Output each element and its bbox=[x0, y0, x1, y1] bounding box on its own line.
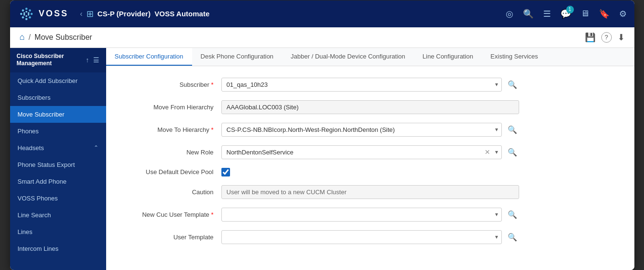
svg-point-11 bbox=[25, 15, 27, 17]
caution-row: Caution bbox=[125, 185, 615, 199]
sidebar-item-headsets[interactable]: Headsets ⌃ bbox=[10, 140, 106, 156]
user-template-search-button[interactable]: 🔍 bbox=[506, 233, 519, 242]
monitor-icon[interactable]: 🖥 bbox=[581, 9, 589, 19]
breadcrumb: ⌂ / Move Subscriber bbox=[20, 32, 92, 42]
chat-badge: 1 bbox=[566, 6, 574, 13]
caution-control bbox=[221, 185, 519, 199]
new-cuc-control: ▾ 🔍 bbox=[221, 208, 519, 222]
chat-icon[interactable]: 💬1 bbox=[560, 9, 571, 19]
tab-jabber[interactable]: Jabber / Dual-Mode Device Configuration bbox=[282, 48, 413, 66]
subscriber-control: 01_qas_10h23 ▾ 🔍 bbox=[221, 78, 519, 92]
tabs: Subscriber Configuration Desk Phone Conf… bbox=[106, 48, 634, 66]
form-area: Subscriber * 01_qas_10h23 ▾ 🔍 bbox=[106, 66, 634, 264]
new-cuc-select-wrapper: ▾ bbox=[221, 208, 502, 222]
home-icon[interactable]: ⌂ bbox=[20, 32, 25, 42]
sidebar-item-subscribers[interactable]: Subscribers bbox=[10, 89, 106, 106]
breadcrumb-bar: ⌂ / Move Subscriber 💾 ? ⬇ bbox=[10, 27, 634, 48]
sidebar-user-icon[interactable]: ☰ bbox=[93, 56, 99, 64]
use-default-label: Use Default Device Pool bbox=[125, 168, 221, 176]
svg-point-0 bbox=[25, 7, 27, 10]
content-area: Cisco Subscriber Management ↑ ☰ Quick Ad… bbox=[10, 48, 634, 270]
topbar-center: ⊞ CS-P (Provider) VOSS Automate bbox=[86, 9, 506, 19]
user-template-row: User Template ▾ 🔍 bbox=[125, 230, 615, 244]
sidebar-item-voss-phones[interactable]: VOSS Phones bbox=[10, 190, 106, 207]
new-cuc-label: New Cuc User Template * bbox=[125, 211, 221, 218]
move-from-control bbox=[221, 100, 519, 114]
new-cuc-row: New Cuc User Template * ▾ 🔍 bbox=[125, 208, 615, 222]
new-role-label: New Role bbox=[125, 149, 221, 156]
topbar-icons: ◎ 🔍 ☰ 💬1 🖥 🔖 ⚙ bbox=[506, 9, 627, 19]
svg-point-6 bbox=[20, 12, 22, 15]
download-button[interactable]: ⬇ bbox=[618, 32, 625, 43]
svg-point-9 bbox=[27, 12, 29, 14]
logo: VOSS bbox=[18, 5, 69, 23]
tab-desk-phone[interactable]: Desk Phone Configuration bbox=[192, 48, 282, 66]
user-template-select[interactable] bbox=[221, 230, 502, 244]
move-from-row: Move From Hierarchy bbox=[125, 100, 615, 114]
new-role-search-button[interactable]: 🔍 bbox=[506, 148, 519, 157]
list-icon[interactable]: ☰ bbox=[543, 9, 551, 19]
new-role-select[interactable]: NorthDentonSelfService bbox=[221, 145, 502, 159]
caution-label: Caution bbox=[125, 188, 221, 196]
sidebar-section-label: Cisco Subscriber Management bbox=[17, 53, 79, 68]
new-role-select-wrapper: NorthDentonSelfService ✕ ▾ bbox=[221, 145, 502, 159]
sidebar-item-phone-status[interactable]: Phone Status Export bbox=[10, 156, 106, 173]
topbar-provider: CS-P (Provider) VOSS Automate bbox=[97, 10, 209, 18]
settings-icon[interactable]: ⚙ bbox=[619, 9, 627, 19]
move-to-label: Move To Hierarchy * bbox=[125, 126, 221, 133]
move-to-search-button[interactable]: 🔍 bbox=[506, 125, 519, 134]
bookmark-icon[interactable]: 🔖 bbox=[599, 9, 609, 19]
move-to-select-wrapper: CS-P.CS-NB.NBIcorp.North-West-Region.Nor… bbox=[221, 123, 502, 137]
subscriber-label: Subscriber * bbox=[125, 81, 221, 88]
tab-subscriber-config[interactable]: Subscriber Configuration bbox=[106, 48, 192, 66]
use-default-row: Use Default Device Pool bbox=[125, 168, 615, 176]
subscriber-search-button[interactable]: 🔍 bbox=[506, 80, 519, 89]
svg-point-5 bbox=[22, 16, 24, 18]
svg-point-3 bbox=[28, 16, 31, 18]
use-default-control bbox=[221, 168, 519, 176]
sidebar-item-smart-add-phone[interactable]: Smart Add Phone bbox=[10, 173, 106, 190]
tab-line-config[interactable]: Line Configuration bbox=[414, 48, 482, 66]
svg-point-8 bbox=[25, 11, 27, 12]
collapse-sidebar-button[interactable]: ‹ bbox=[76, 8, 86, 20]
new-role-row: New Role NorthDentonSelfService ✕ ▾ 🔍 bbox=[125, 145, 615, 159]
sidebar-section-header: Cisco Subscriber Management ↑ ☰ bbox=[10, 48, 106, 72]
svg-point-13 bbox=[23, 12, 25, 14]
user-template-control: ▾ 🔍 bbox=[221, 230, 519, 244]
compass-icon[interactable]: ◎ bbox=[506, 9, 513, 19]
save-button[interactable]: 💾 bbox=[585, 32, 595, 43]
svg-point-1 bbox=[28, 9, 31, 12]
new-role-control: NorthDentonSelfService ✕ ▾ 🔍 bbox=[221, 145, 519, 159]
sidebar-item-quick-add[interactable]: Quick Add Subscriber bbox=[10, 72, 106, 89]
grid-icon: ⊞ bbox=[86, 9, 94, 19]
new-role-clear-icon[interactable]: ✕ bbox=[485, 148, 490, 156]
move-to-control: CS-P.CS-NB.NBIcorp.North-West-Region.Nor… bbox=[221, 123, 519, 137]
move-to-select[interactable]: CS-P.CS-NB.NBIcorp.North-West-Region.Nor… bbox=[221, 123, 502, 137]
sidebar-item-move-subscriber[interactable]: Move Subscriber bbox=[10, 106, 106, 123]
subscriber-row: Subscriber * 01_qas_10h23 ▾ 🔍 bbox=[125, 78, 615, 92]
sidebar-item-intercom-lines[interactable]: Intercom Lines bbox=[10, 240, 106, 257]
sidebar-expand-icon[interactable]: ↑ bbox=[86, 56, 89, 64]
sidebar-item-lines[interactable]: Lines bbox=[10, 223, 106, 240]
sidebar-item-line-search[interactable]: Line Search bbox=[10, 207, 106, 223]
svg-point-12 bbox=[23, 14, 25, 16]
svg-point-10 bbox=[27, 14, 29, 16]
move-from-input[interactable] bbox=[221, 100, 519, 114]
svg-point-7 bbox=[22, 9, 24, 12]
use-default-checkbox[interactable] bbox=[221, 168, 230, 176]
tab-existing-services[interactable]: Existing Services bbox=[482, 48, 547, 66]
main-panel: Subscriber Configuration Desk Phone Conf… bbox=[106, 48, 634, 270]
logo-text: VOSS bbox=[39, 9, 69, 19]
svg-point-4 bbox=[25, 18, 27, 20]
caution-input bbox=[221, 185, 519, 199]
user-template-label: User Template bbox=[125, 234, 221, 241]
new-cuc-select[interactable] bbox=[221, 208, 502, 222]
subscriber-select[interactable]: 01_qas_10h23 bbox=[221, 78, 502, 92]
subscriber-select-wrapper: 01_qas_10h23 ▾ bbox=[221, 78, 502, 92]
breadcrumb-actions: 💾 ? ⬇ bbox=[585, 32, 625, 43]
sidebar-item-phones[interactable]: Phones bbox=[10, 123, 106, 140]
help-button[interactable]: ? bbox=[601, 32, 612, 43]
new-cuc-search-button[interactable]: 🔍 bbox=[506, 210, 519, 219]
search-icon[interactable]: 🔍 bbox=[523, 9, 534, 19]
voss-logo-icon bbox=[18, 5, 35, 23]
